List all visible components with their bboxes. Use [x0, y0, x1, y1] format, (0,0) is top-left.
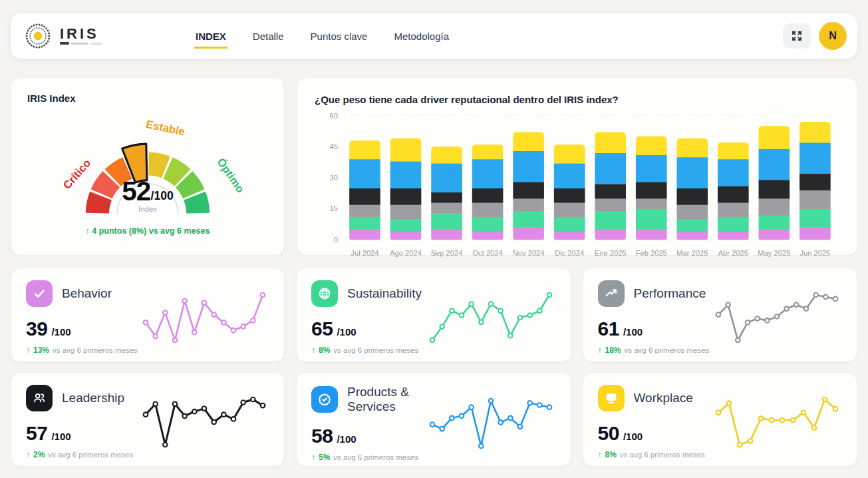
leadership-sparkline [139, 385, 269, 459]
kpi-denominator: /100 [51, 326, 71, 338]
svg-text:52/100: 52/100 [122, 176, 174, 206]
kpi-title: Sustainability [347, 286, 422, 301]
svg-text:Jul 2024: Jul 2024 [351, 249, 378, 257]
kpi-value: 65 [311, 318, 333, 340]
svg-text:Crítico: Crítico [61, 157, 93, 192]
kpi-title: Workplace [634, 391, 693, 405]
kpi-denominator: /100 [51, 431, 71, 442]
kpi-denominator: /100 [337, 433, 356, 445]
gauge-card-title: IRIS Index [27, 93, 268, 104]
fullscreen-button[interactable] [783, 23, 811, 49]
behavior-sparkline [139, 280, 269, 355]
svg-text:Abr 2025: Abr 2025 [718, 249, 748, 257]
drivers-bar-chart-card: ¿Que peso tiene cada driver reputacional… [297, 77, 857, 256]
svg-text:Jun 2025: Jun 2025 [799, 249, 830, 257]
kpi-trend-pct: 5% [319, 453, 330, 462]
kpi-value: 61 [598, 318, 619, 340]
trend-up-arrow-icon: ↑ [598, 346, 602, 355]
kpi-card-leadership: Leadership 57 /100 ↑ 2% vs avg 6 primero… [11, 372, 285, 467]
workplace-sparkline [712, 385, 842, 459]
kpi-trend-note: vs avg 6 primeros meses [333, 453, 418, 461]
kpi-trend-note: vs avg 6 primeros meses [48, 451, 133, 459]
tab-detalle[interactable]: Detalle [251, 25, 285, 49]
svg-text:May 2025: May 2025 [758, 249, 790, 257]
tab-puntos-clave[interactable]: Puntos clave [309, 25, 369, 49]
user-avatar[interactable]: N [819, 22, 847, 50]
check-icon [26, 280, 53, 307]
kpi-card-products-services: Products & Services 58 /100 ↑ 5% vs avg … [296, 372, 571, 467]
svg-text:30: 30 [330, 174, 338, 182]
kpi-title: Behavior [62, 286, 112, 301]
trend-up-arrow-icon: ↑ [26, 346, 30, 355]
iris-logo-icon [23, 21, 53, 51]
trend-up-arrow-icon: ↑ [311, 346, 315, 355]
products-services-sparkline [426, 385, 556, 462]
svg-text:Mar 2025: Mar 2025 [676, 249, 708, 257]
svg-text:60: 60 [330, 112, 338, 120]
badge-check-icon [311, 386, 338, 413]
tab-index[interactable]: INDEX [194, 25, 227, 49]
svg-text:Ago 2024: Ago 2024 [390, 249, 422, 257]
nav-tabs: INDEX Detalle Puntos clave Metodología [194, 13, 450, 59]
svg-text:Sep 2024: Sep 2024 [431, 249, 463, 257]
brand-name: IRIS [60, 27, 102, 41]
kpi-card-behavior: Behavior 39 /100 ↑ 13% vs avg 6 primeros… [11, 268, 285, 362]
svg-text:Estable: Estable [145, 118, 186, 138]
kpi-trend-note: vs avg 6 primeros meses [333, 346, 418, 354]
expand-icon [792, 31, 802, 41]
logo-subtext-decor [60, 42, 102, 45]
kpi-card-workplace: Workplace 50 /100 ↑ 8% vs avg 6 primeros… [583, 372, 858, 467]
kpi-trend-note: vs avg 6 primeros meses [625, 346, 710, 354]
kpi-title: Leadership [62, 391, 124, 405]
kpi-trend-pct: 8% [605, 450, 617, 459]
top-header: IRIS INDEX Detalle Puntos clave Metodolo… [11, 13, 857, 59]
performance-sparkline [712, 280, 842, 355]
iris-logo: IRIS [23, 21, 170, 51]
people-icon [26, 385, 53, 411]
kpi-value: 58 [311, 425, 333, 447]
kpi-denominator: /100 [337, 326, 356, 338]
svg-text:Ene 2025: Ene 2025 [595, 249, 627, 257]
bar-chart-title: ¿Que peso tiene cada driver reputacional… [315, 94, 839, 105]
kpi-trend-pct: 18% [605, 346, 621, 355]
globe-icon [311, 280, 338, 307]
trend-up-arrow-icon: ↑ [86, 226, 90, 236]
monitor-icon [598, 385, 625, 411]
kpi-denominator: /100 [623, 326, 643, 338]
kpi-value: 39 [26, 318, 47, 340]
svg-text:45: 45 [330, 142, 338, 150]
kpi-card-performance: Performance 61 /100 ↑ 18% vs avg 6 prime… [583, 268, 858, 362]
kpi-title: Performance [634, 286, 706, 301]
kpi-trend-note: vs avg 6 primeros meses [620, 451, 705, 459]
svg-text:Dic 2024: Dic 2024 [555, 249, 584, 257]
svg-text:Oct 2024: Oct 2024 [472, 249, 502, 257]
svg-text:15: 15 [330, 204, 338, 212]
trend-up-arrow-icon: ↑ [311, 453, 315, 462]
svg-text:Óptimo: Óptimo [215, 156, 247, 195]
trend-up-arrow-icon: ↑ [26, 450, 30, 459]
kpi-trend-pct: 13% [33, 346, 49, 355]
kpi-trend-pct: 2% [33, 450, 45, 459]
gauge-trend: ↑ 4 puntos (8%) vs avg 6 meses [27, 226, 268, 236]
svg-text:Feb 2025: Feb 2025 [636, 249, 667, 257]
kpi-denominator: /100 [623, 431, 643, 442]
svg-text:0: 0 [334, 236, 338, 244]
dashboard-page: IRIS INDEX Detalle Puntos clave Metodolo… [0, 0, 868, 478]
sustainability-sparkline [426, 280, 556, 355]
trend-up-arrow-icon: ↑ [598, 450, 602, 459]
iris-index-gauge-chart: 52/100IndexCríticoEstableÓptimo [31, 105, 265, 225]
kpi-title: Products & Services [347, 385, 426, 414]
gauge-trend-text: 4 puntos (8%) vs avg 6 meses [92, 226, 210, 236]
drivers-stacked-bar-chart: 015304560Jul 2024Ago 2024Sep 2024Oct 202… [315, 108, 839, 262]
tab-metodologia[interactable]: Metodología [392, 25, 450, 49]
svg-text:Index: Index [138, 205, 157, 213]
kpi-trend-pct: 8% [319, 346, 330, 355]
svg-text:Nov 2024: Nov 2024 [513, 249, 545, 257]
kpi-value: 57 [26, 422, 47, 445]
trend-up-icon [598, 280, 625, 307]
iris-index-gauge-card: IRIS Index 52/100IndexCríticoEstableÓpti… [11, 77, 285, 256]
kpi-value: 50 [598, 422, 619, 445]
kpi-card-sustainability: Sustainability 65 /100 ↑ 8% vs avg 6 pri… [296, 268, 571, 362]
kpi-trend-note: vs avg 6 primeros meses [53, 346, 138, 354]
